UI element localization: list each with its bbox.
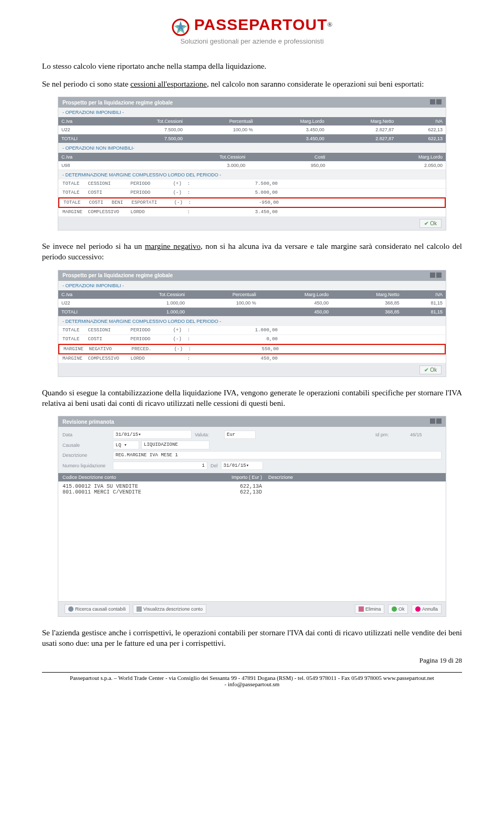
check-icon — [392, 606, 397, 612]
label-del: Del — [211, 463, 218, 468]
form-header: Data 31/01/15▾ Valuta: Eur Id prn: 46/15… — [58, 427, 446, 473]
brand-subtitle: Soluzioni gestionali per aziende e profe… — [42, 37, 462, 45]
trash-icon — [359, 606, 364, 612]
field-descrizione[interactable]: REG.MARGINE IVA MESE 1 — [113, 451, 442, 459]
calc-row: MARGINE COMPLESSIVO LORDO :3.450,00 — [58, 208, 446, 217]
calc-row: TOTALE CESSIONI PERIODO (+) :1.000,00 — [58, 326, 446, 335]
logo-icon — [172, 18, 190, 38]
bottom-toolbar: Ricerca causali contabili Visualizza des… — [58, 601, 446, 616]
paragraph-4: Quando si esegue la contabilizzazione de… — [42, 387, 462, 409]
window-controls[interactable] — [429, 418, 442, 425]
calc-row: TOTALE COSTI PERIODO (-) :5.000,00 — [58, 188, 446, 197]
label-data: Data — [62, 432, 110, 437]
check-icon: ✔ — [424, 221, 428, 226]
label-numero-liquidazione: Numero liquidazione — [62, 463, 110, 468]
field-del[interactable]: 31/01/15▾ — [221, 461, 263, 470]
section-non-imponibili: - OPERAZIONI NON IMPONIBILI- — [58, 143, 446, 153]
ok-button[interactable]: Ok — [388, 604, 408, 614]
ricerca-causali-button[interactable]: Ricerca causali contabili — [65, 604, 130, 614]
field-idprn: 46/15 — [410, 432, 442, 437]
section-imponibili: - OPERAZIONI IMPONIBILI - — [58, 281, 446, 290]
label-idprn: Id prn: — [375, 432, 407, 437]
field-valuta[interactable]: Eur — [224, 431, 256, 439]
field-causale-code[interactable]: LQ ▾ — [113, 441, 139, 449]
section-imponibili: - OPERAZIONI IMPONIBILI - — [58, 108, 446, 117]
page-footer: Passepartout s.p.a. – World Trade Center… — [42, 672, 462, 687]
brand-name: PASSEPARTOUT — [194, 16, 328, 33]
check-icon: ✔ — [424, 367, 428, 373]
paragraph-1: Lo stesso calcolo viene riportato anche … — [42, 61, 462, 71]
ok-button[interactable]: ✔Ok — [419, 219, 442, 228]
panel-prospetto-1: Prospetto per la liquidazione regime glo… — [58, 97, 446, 230]
document-header: PASSEPARTOUT® Soluzioni gestionali per a… — [42, 16, 462, 45]
table-row: U22 1.000,00 100,00 % 450,00 368,85 81,1… — [58, 299, 446, 308]
window-controls[interactable] — [429, 99, 442, 106]
elimina-button[interactable]: Elimina — [355, 604, 385, 614]
field-data[interactable]: 31/01/15▾ — [113, 430, 192, 439]
journal-line: 801.00011 MERCI C/VENDITE 622,13D — [62, 489, 442, 495]
table-row-total: TOTALI 7.500,00 3.450,00 2.827,87 622,13 — [58, 134, 446, 143]
panel-title: Prospetto per la liquidazione regime glo… — [58, 270, 446, 281]
brand-trademark: ® — [327, 21, 332, 28]
calc-rows: TOTALE CESSIONI PERIODO (+) :7.500,00 TO… — [58, 180, 446, 217]
cancel-icon — [415, 606, 421, 612]
calc-row: TOTALE COSTI PERIODO (-) :0,00 — [58, 335, 446, 344]
label-descrizione: Descrizione — [62, 453, 110, 458]
panel-prospetto-2: Prospetto per la liquidazione regime glo… — [58, 270, 446, 377]
paragraph-5: Se l'azienda gestisce anche i corrispett… — [42, 627, 462, 649]
field-numero-liquidazione[interactable]: 1 — [113, 462, 207, 470]
section-determinazione: - DETERMINAZIONE MARGINE COMPLESSIVO LOR… — [58, 317, 446, 326]
journal-header: Codice Descrizione conto Importo ( Eur )… — [58, 473, 446, 481]
table-row: U22 7.500,00 100,00 % 3.450,00 2.827,87 … — [58, 125, 446, 134]
field-causale-text: LIQUIDAZIONE — [141, 441, 209, 449]
table-imponibili: C.Iva Tot.Cessioni Percentuali Marg.Lord… — [58, 290, 446, 317]
section-determinazione: - DETERMINAZIONE MARGINE COMPLESSIVO LOR… — [58, 170, 446, 180]
table-imponibili: C.Iva Tot.Cessioni Percentuali Marg.Lord… — [58, 117, 446, 143]
search-icon — [68, 606, 74, 612]
document-icon — [136, 606, 142, 612]
journal-line: 415.00012 IVA SU VENDITE 622,13A — [62, 484, 442, 489]
paragraph-3: Se invece nel periodo si ha un margine n… — [42, 241, 462, 263]
panel-title: Revisione primanota — [58, 416, 446, 427]
panel-title: Prospetto per la liquidazione regime glo… — [58, 97, 446, 108]
paragraph-2: Se nel periodo ci sono state cessioni al… — [42, 79, 462, 89]
label-valuta: Valuta: — [195, 432, 221, 437]
calc-row: MARGINE COMPLESSIVO LORDO :450,00 — [58, 354, 446, 363]
ok-button[interactable]: ✔Ok — [419, 365, 442, 374]
page-number: Pagina 19 di 28 — [42, 656, 462, 665]
table-row-total: TOTALI 1.000,00 450,00 368,85 81,15 — [58, 307, 446, 316]
journal-body[interactable]: 415.00012 IVA SU VENDITE 622,13A 801.000… — [58, 481, 446, 601]
panel-revisione-primanota: Revisione primanota Data 31/01/15▾ Valut… — [58, 416, 446, 617]
calc-row-highlighted: TOTALE COSTI BENI ESPORTATI (-) :-950,00 — [58, 197, 446, 208]
calc-row: TOTALE CESSIONI PERIODO (+) :7.500,00 — [58, 180, 446, 188]
annulla-button[interactable]: Annulla — [412, 604, 442, 614]
visualizza-descrizione-button[interactable]: Visualizza descrizione conto — [133, 604, 206, 614]
calc-rows: TOTALE CESSIONI PERIODO (+) :1.000,00 TO… — [58, 326, 446, 363]
table-row: U98 3.000,00 950,00 2.050,00 — [58, 161, 446, 170]
calc-row-highlighted: MARGINE NEGATIVO PRECED. (-) :550,00 — [58, 344, 446, 354]
label-causale: Causale — [62, 443, 110, 448]
window-controls[interactable] — [429, 272, 442, 279]
table-non-imponibili: C.Iva Tot.Cessioni Costi Marg.Lordo U98 … — [58, 153, 446, 170]
